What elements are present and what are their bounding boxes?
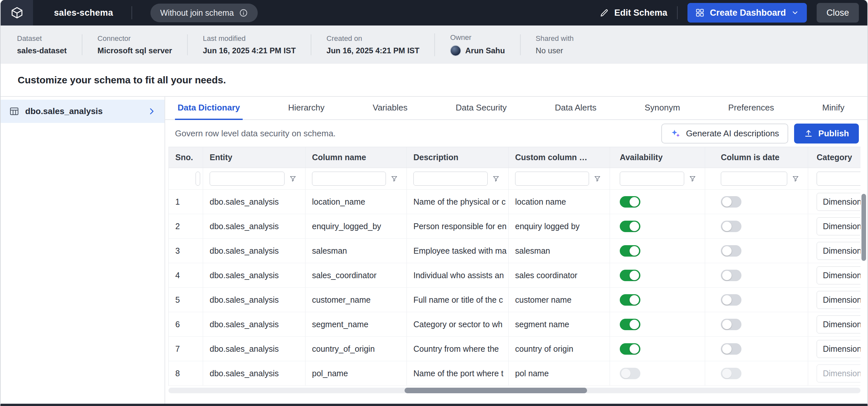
filter-input-custom-column-name[interactable] — [515, 171, 589, 186]
cell-custom-column-name: customer name — [508, 288, 610, 312]
availability-toggle[interactable] — [620, 343, 640, 355]
availability-toggle[interactable] — [620, 270, 640, 281]
table-row: 5dbo.sales_analysiscustomer_nameFull nam… — [169, 288, 861, 312]
column-header-availability[interactable]: Availability — [610, 147, 705, 168]
filter-input-column-name[interactable] — [312, 171, 386, 186]
cell-sno: 2 — [169, 214, 203, 238]
top-bar: sales-schema Without join schema Edit Sc… — [1, 0, 867, 26]
toolbar-actions: Generate AI descriptions Publish — [661, 124, 859, 144]
category-dropdown[interactable]: Dimension — [817, 315, 861, 334]
cell-description: Individual who assists an — [407, 263, 508, 287]
filter-icon[interactable] — [289, 175, 297, 182]
publish-button[interactable]: Publish — [794, 124, 859, 144]
tab-hierarchy[interactable]: Hierarchy — [285, 97, 327, 120]
vertical-scrollbar-thumb[interactable] — [862, 194, 866, 261]
column-header-custom-column-name[interactable]: Custom column name — [508, 147, 610, 168]
tab-preferences[interactable]: Preferences — [726, 97, 777, 120]
cell-text: Individual who assists an — [413, 271, 504, 280]
availability-toggle[interactable] — [620, 245, 640, 257]
column-is-date-toggle[interactable] — [721, 221, 741, 232]
cell-text: 2 — [175, 222, 180, 231]
category-dropdown[interactable]: Dimension — [817, 340, 861, 358]
tab-minify[interactable]: Minify — [819, 97, 847, 120]
cell-description: Country from where the — [407, 337, 508, 361]
sidebar: dbo.sales_analysis — [1, 97, 165, 404]
availability-toggle[interactable] — [620, 221, 640, 232]
cell-availability — [610, 263, 705, 287]
cell-text: sales coordinator — [515, 271, 577, 280]
app-logo[interactable] — [1, 0, 33, 26]
cell-entity: dbo.sales_analysis — [203, 361, 306, 385]
column-is-date-toggle[interactable] — [721, 270, 741, 281]
column-header-description[interactable]: Description — [407, 147, 508, 168]
cell-custom-column-name: sales coordinator — [508, 263, 610, 287]
meta-value-text: sales-dataset — [17, 46, 67, 55]
cell-text: 1 — [175, 197, 180, 207]
cell-description: Full name or title of the c — [407, 288, 508, 312]
info-icon[interactable] — [239, 8, 248, 17]
cell-entity: dbo.sales_analysis — [203, 337, 306, 361]
category-dropdown[interactable]: Dimension — [817, 217, 861, 236]
category-dropdown[interactable]: Dimension — [817, 242, 861, 260]
close-button[interactable]: Close — [817, 3, 859, 23]
filter-input-availability[interactable] — [620, 171, 684, 186]
availability-toggle[interactable] — [620, 294, 640, 306]
availability-toggle[interactable] — [620, 319, 640, 330]
filter-input-category[interactable] — [817, 171, 861, 186]
table-viewport: Sno.EntityColumn nameDescriptionCustom c… — [168, 147, 861, 386]
filter-input-column-is-date[interactable] — [721, 171, 787, 186]
tab-variables[interactable]: Variables — [370, 97, 410, 120]
table-icon — [9, 106, 19, 116]
availability-toggle[interactable] — [620, 196, 640, 208]
tab-data-security[interactable]: Data Security — [453, 97, 509, 120]
category-dropdown[interactable]: Dimension — [817, 291, 861, 309]
column-header-column-name[interactable]: Column name — [306, 147, 407, 168]
cell-text: location_name — [312, 197, 365, 207]
generate-ai-descriptions-button[interactable]: Generate AI descriptions — [661, 124, 788, 144]
column-header-entity[interactable]: Entity — [203, 147, 306, 168]
tab-data-alerts[interactable]: Data Alerts — [552, 97, 599, 120]
category-value: Dimension — [823, 246, 861, 256]
column-header-column-is-date[interactable]: Column is date — [705, 147, 808, 168]
category-dropdown[interactable]: Dimension — [817, 365, 861, 382]
cell-custom-column-name: location name — [508, 190, 610, 214]
cell-text: 8 — [175, 369, 180, 378]
cell-text: dbo.sales_analysis — [210, 246, 279, 256]
column-is-date-toggle[interactable] — [721, 294, 741, 306]
column-is-date-toggle[interactable] — [721, 319, 741, 330]
app-window: sales-schema Without join schema Edit Sc… — [0, 0, 868, 406]
chevron-right-icon[interactable] — [147, 107, 156, 116]
column-header-sno[interactable]: Sno. — [169, 147, 203, 168]
filter-input-sno[interactable] — [195, 171, 200, 186]
filter-icon[interactable] — [391, 175, 398, 182]
cell-availability — [610, 312, 705, 336]
filter-input-description[interactable] — [413, 171, 488, 186]
tab-data-dictionary[interactable]: Data Dictionary — [175, 97, 243, 120]
sidebar-item-dbo-sales-analysis[interactable]: dbo.sales_analysis — [1, 100, 164, 123]
filter-input-entity[interactable] — [210, 171, 284, 186]
join-schema-pill[interactable]: Without join schema — [150, 4, 258, 22]
filter-icon[interactable] — [792, 175, 799, 182]
create-dashboard-button[interactable]: Create Dashboard — [687, 3, 807, 23]
topbar-actions: Edit Schema Create Dashboard Close — [599, 3, 859, 23]
column-is-date-toggle[interactable] — [721, 245, 741, 257]
availability-toggle[interactable] — [620, 368, 640, 379]
cell-text: location name — [515, 197, 566, 207]
column-header-category[interactable]: Category — [808, 147, 861, 168]
tab-synonym[interactable]: Synonym — [642, 97, 683, 120]
filter-icon[interactable] — [594, 175, 601, 182]
column-is-date-toggle[interactable] — [721, 368, 741, 379]
filter-icon[interactable] — [492, 175, 500, 182]
page-title: Customize your schema to fit all your ne… — [18, 74, 226, 86]
column-is-date-toggle[interactable] — [721, 196, 741, 208]
category-dropdown[interactable]: Dimension — [817, 193, 861, 211]
meta-label: Connector — [97, 34, 172, 43]
meta-bar: Datasetsales-datasetConnectorMicrosoft s… — [1, 26, 867, 64]
column-is-date-toggle[interactable] — [721, 343, 741, 355]
horizontal-scrollbar-thumb[interactable] — [405, 388, 587, 393]
filter-icon[interactable] — [689, 175, 696, 182]
category-dropdown[interactable]: Dimension — [817, 267, 861, 284]
edit-schema-button[interactable]: Edit Schema — [599, 8, 667, 18]
cell-text: customer name — [515, 295, 571, 305]
horizontal-scrollbar[interactable] — [168, 388, 861, 393]
